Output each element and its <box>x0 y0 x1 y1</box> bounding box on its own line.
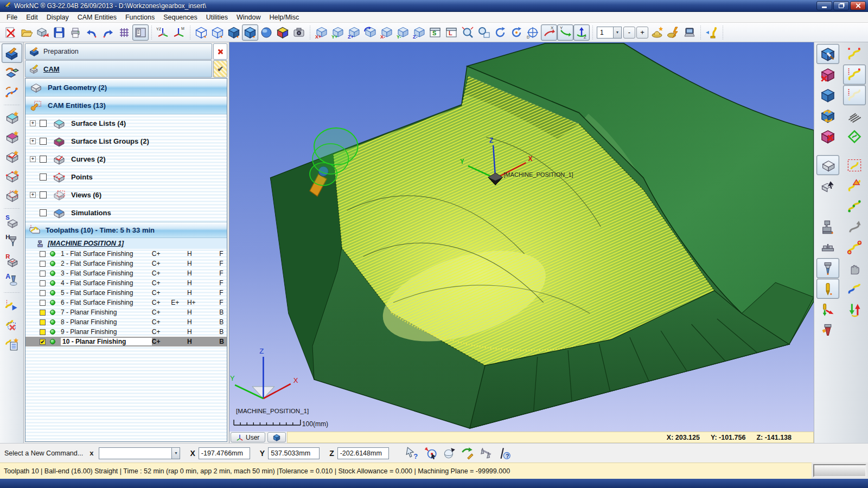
tool-mount-icon[interactable] <box>816 320 839 340</box>
stock-r-icon[interactable]: R <box>2 251 22 270</box>
view-iso-icon[interactable] <box>362 24 378 41</box>
edit-arrow-icon[interactable] <box>458 445 477 462</box>
expand-icon[interactable]: + <box>30 120 36 126</box>
expand-icon[interactable]: + <box>30 156 36 162</box>
viewport-3d[interactable]: Z X Y [MACHINE_POSITION_1] Z X Y [MACHIN… <box>229 42 814 432</box>
toolpath-visibility-checkbox[interactable] <box>40 310 46 316</box>
panel-toggle-icon[interactable] <box>132 24 149 41</box>
toolpath-visibility-checkbox[interactable] <box>40 280 46 286</box>
open-folder-icon[interactable] <box>18 24 35 41</box>
menu-item-functions[interactable]: Functions <box>121 13 159 22</box>
toolpath-visibility-checkbox[interactable] <box>40 290 46 296</box>
toolpath-compute-icon[interactable] <box>2 296 22 315</box>
import-geometry-icon[interactable] <box>2 63 22 82</box>
toolpath-ghost-icon[interactable] <box>843 85 866 105</box>
visibility-checkbox[interactable] <box>40 191 47 198</box>
toolpath-row[interactable]: 2 - Flat Surface FinishingC+HF <box>25 259 227 268</box>
menu-item-window[interactable]: Window <box>232 13 265 22</box>
tree-item-points[interactable]: + Points <box>25 168 227 186</box>
zoom-dynamic-icon[interactable] <box>459 24 476 41</box>
translate-x-icon[interactable]: X <box>541 24 557 41</box>
toolpath-limit-icon[interactable] <box>843 65 866 85</box>
tree-item-curves[interactable]: + Curves (2) <box>25 150 227 168</box>
toolpath-row[interactable]: 5 - Flat Surface FinishingC+HF <box>25 288 227 298</box>
solid-cube-icon[interactable] <box>226 24 242 41</box>
holder-h-icon[interactable]: H <box>2 231 22 251</box>
measure-caliper-icon[interactable] <box>477 445 495 462</box>
toolpath-warning-icon[interactable] <box>843 176 866 196</box>
context-help-icon[interactable]: ? <box>495 445 514 462</box>
refresh-cube-icon[interactable] <box>816 106 839 126</box>
solid-view-cube-icon[interactable] <box>816 85 839 105</box>
toolpath-swap-icon[interactable] <box>843 279 866 299</box>
visibility-checkbox[interactable] <box>40 209 47 216</box>
zoom-in-button[interactable]: + <box>636 27 648 38</box>
view-x-minus-icon[interactable]: X- <box>378 24 394 41</box>
tool-holder-icon[interactable] <box>816 258 839 278</box>
axes-yz-icon[interactable]: YZ <box>155 24 171 41</box>
new-surface-list-icon[interactable] <box>2 108 22 127</box>
tree-item-simulations[interactable]: + Simulations <box>25 204 227 222</box>
updown-arrows-icon[interactable] <box>843 299 866 319</box>
minimize-button[interactable] <box>816 1 832 10</box>
new-curve-icon[interactable] <box>2 147 22 166</box>
stamp-flash-icon[interactable] <box>665 24 681 41</box>
wireframe-cube-icon[interactable] <box>193 24 209 41</box>
cutting-tool-icon[interactable] <box>816 279 839 299</box>
surface-pick-icon[interactable] <box>816 176 839 196</box>
vice-icon[interactable] <box>816 237 839 258</box>
calculator-icon[interactable] <box>681 24 698 41</box>
visibility-checkbox[interactable] <box>40 120 47 127</box>
analysis-a-icon[interactable]: A <box>2 270 22 290</box>
section-part-geometry[interactable]: Part Geometry (2) <box>25 79 227 97</box>
command-select[interactable]: ▼ <box>99 447 180 459</box>
view-z-plus-icon[interactable]: Z+ <box>346 24 362 41</box>
view-y-minus-icon[interactable]: Y- <box>394 24 411 41</box>
redo-icon[interactable] <box>100 24 116 41</box>
expand-icon[interactable]: + <box>30 138 36 144</box>
surface-list-block-icon[interactable] <box>816 155 839 175</box>
erase-cube-icon[interactable] <box>816 126 839 146</box>
toolpath-visibility-checkbox[interactable] <box>40 319 46 325</box>
zoom-out-button[interactable]: - <box>623 27 635 38</box>
y-coord-input[interactable] <box>268 447 320 459</box>
menu-item-display[interactable]: Display <box>42 13 73 22</box>
tab-preparation[interactable]: Preparation <box>25 43 227 60</box>
toolpath-row[interactable]: 3 - Flat Surface FinishingC+HF <box>25 268 227 278</box>
section-toolpaths[interactable]: Toolpaths (10) - Time: 5 h 33 min <box>25 222 227 238</box>
shaded-cube-icon[interactable] <box>242 24 258 41</box>
multicolor-cube-icon[interactable] <box>275 24 291 41</box>
delete-cube-icon[interactable] <box>816 65 839 85</box>
toolpath-row[interactable]: 9 - Planar FinishingC+HB <box>25 327 227 337</box>
machine-icon[interactable] <box>816 217 839 237</box>
toolpath-retract-icon[interactable] <box>843 217 866 237</box>
pick-help-icon[interactable]: ? <box>403 445 422 462</box>
view-center-icon[interactable]: D <box>525 24 541 41</box>
new-view-icon[interactable] <box>2 186 22 206</box>
save-icon[interactable] <box>51 24 67 41</box>
view-x-plus-icon[interactable]: X+ <box>313 24 329 41</box>
toolpath-visibility-checkbox[interactable]: ✔ <box>40 339 46 345</box>
robot-postprocessor-icon[interactable] <box>704 24 720 41</box>
hatch-lines-icon[interactable] <box>843 106 866 126</box>
menu-item-file[interactable]: File <box>2 13 22 22</box>
toolpath-loop-icon[interactable] <box>843 126 866 146</box>
hiddenline-cube-icon[interactable] <box>209 24 226 41</box>
new-surface-list-group-icon[interactable] <box>2 127 22 147</box>
toolpath-visibility-checkbox[interactable] <box>40 271 46 277</box>
menu-item-sequences[interactable]: Sequences <box>159 13 202 22</box>
stamp-part-icon[interactable] <box>649 24 665 41</box>
x-coord-input[interactable] <box>199 447 250 459</box>
axes-machine-icon[interactable]: M <box>171 24 187 41</box>
paint-cube-icon[interactable] <box>816 44 839 64</box>
tree-item-surface-lists[interactable]: + Surface Lists (4) <box>25 114 227 132</box>
visibility-checkbox[interactable] <box>40 156 47 163</box>
preparation-icon[interactable] <box>2 43 22 63</box>
view-y-plus-icon[interactable]: Y+ <box>329 24 346 41</box>
z-coord-input[interactable] <box>337 447 389 459</box>
close-preparation-button[interactable] <box>213 43 227 60</box>
machine-position-row[interactable]: [MACHINE POSITION 1] <box>25 238 227 249</box>
toolpath-visibility-checkbox[interactable] <box>40 300 46 306</box>
undo-icon[interactable] <box>84 24 100 41</box>
print-icon[interactable] <box>67 24 84 41</box>
